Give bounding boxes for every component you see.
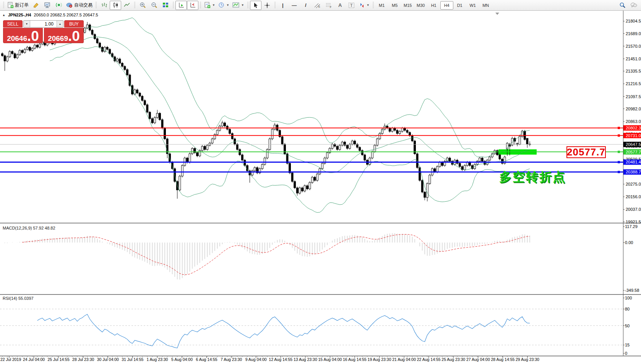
pane-separator[interactable] [0,294,641,295]
macd-pane[interactable] [5,233,530,279]
timeframe-button-m30[interactable]: M30 [414,1,427,10]
styler-button[interactable] [30,1,42,10]
chart-window: 21804.521689.021570.021451.021335.521216… [0,11,641,364]
bar-chart-button[interactable] [98,1,110,10]
horizontal-line-icon: — [292,2,297,8]
chat-icon [630,2,637,8]
search-button[interactable] [617,1,628,10]
tile-windows-button[interactable] [160,1,171,10]
timeframe-button-m5[interactable]: M5 [388,1,401,10]
svg-text:1 Aug 23:30: 1 Aug 23:30 [146,357,168,362]
buy-button[interactable]: BUY [64,20,84,28]
text-tool-button[interactable]: A [334,1,346,10]
svg-text:19921.5: 19921.5 [626,220,641,224]
sell-price-frac: .0 [27,31,39,42]
svg-text:F: F [330,6,331,8]
svg-text:21451.0: 21451.0 [626,57,641,61]
chart-canvas[interactable]: 21804.521689.021570.021451.021335.521216… [0,11,641,364]
pane-separator[interactable] [0,223,641,223]
svg-text:22 Jul 2019: 22 Jul 2019 [0,357,21,362]
line-chart-icon [124,2,130,8]
rsi-pane[interactable] [0,309,623,348]
text-label-icon: T [348,2,355,8]
volume-increase-button[interactable]: ▲ [57,21,63,27]
sell-button[interactable]: SELL [3,20,23,28]
new-order-button[interactable]: 新订单 [6,1,30,10]
tile-windows-icon [162,2,169,8]
svg-text:20731.0: 20731.0 [626,133,641,138]
chart-shift-icon [190,2,196,8]
svg-text:20275.0: 20275.0 [626,182,641,186]
svg-text:20577.7: 20577.7 [626,150,641,154]
rsi-line [37,314,530,348]
horizontal-line-button[interactable]: — [289,1,300,10]
macd-indicator-label: MACD(12,26,9) 57.92 48.82 [3,226,55,230]
sell-price-box[interactable]: 20646 .0 [3,28,43,43]
svg-text:6 Aug 14:55: 6 Aug 14:55 [196,357,217,362]
crosshair-button[interactable] [261,1,273,10]
timeframe-button-h1[interactable]: H1 [427,1,440,10]
one-click-trading-panel: SELL ▼ 1.00 ▲ BUY 20646 .0 20669 .0 [3,20,84,43]
svg-text:20863.0: 20863.0 [626,119,641,124]
pane-separator [0,356,641,356]
timeframe-group: M1M5M15M30H1H4D1W1MN [375,1,492,10]
new-order-label: 新订单 [15,2,29,8]
price-callout-label[interactable]: 20577.7 [566,146,606,158]
svg-text:20156.0: 20156.0 [626,194,641,199]
search-icon [619,2,626,8]
chart-shift-marker[interactable] [495,13,499,15]
channel-button[interactable]: E [312,1,323,10]
indicators-button[interactable]: ▼ [231,1,246,10]
cursor-button[interactable] [250,1,261,10]
zoom-out-button[interactable] [148,1,160,10]
time-axis[interactable]: 22 Jul 201924 Jul 04:0025 Jul 14:5528 Ju… [0,356,539,362]
svg-text:30 Jul 04:00: 30 Jul 04:00 [97,357,119,362]
text-label-button[interactable]: T [346,1,357,10]
zoom-in-button[interactable] [137,1,148,10]
line-anchor-marker [618,134,620,137]
volume-decrease-button[interactable]: ▼ [24,21,30,27]
arrows-tool-button[interactable]: ▼ [357,1,371,10]
svg-text:12 Aug 14:55: 12 Aug 14:55 [269,357,292,362]
new-chart-button[interactable]: ▼ [203,1,217,10]
volume-input[interactable]: 1.00 [30,21,57,27]
line-chart-button[interactable] [121,1,133,10]
candlestick-button[interactable] [110,1,121,10]
profiles-button[interactable]: ▼ [217,1,231,10]
signal-button[interactable] [53,1,65,10]
svg-text:80: 80 [625,307,630,311]
fibonacci-button[interactable]: F [323,1,334,10]
svg-text:28 Aug 14:55: 28 Aug 14:55 [491,357,514,362]
svg-text:117.29: 117.29 [625,224,638,229]
toolbar-grip [173,2,174,9]
timeframe-button-w1[interactable]: W1 [466,1,479,10]
chart-annotation-text[interactable]: 多空转折点 [499,169,566,186]
timeframe-button-mn[interactable]: MN [479,1,492,10]
trendline-button[interactable]: / [300,1,312,10]
bollinger-middle-band [50,37,530,173]
vertical-line-button[interactable]: | [277,1,289,10]
buy-price-box[interactable]: 20669 .0 [44,28,84,43]
collapse-panel-icon[interactable]: ▲ [2,13,5,17]
svg-text:T: T [350,3,353,8]
timeframe-button-m15[interactable]: M15 [401,1,414,10]
svg-text:21097.5: 21097.5 [626,94,641,99]
chevron-down-icon: ▼ [212,3,215,7]
timeframe-button-h4[interactable]: H4 [440,1,453,10]
svg-text:21570.0: 21570.0 [626,44,641,49]
svg-text:7 Aug 23:30: 7 Aug 23:30 [221,357,242,362]
main-toolbar: 新订单 自动交易 ▼ ▼ [0,0,641,11]
auto-scroll-button[interactable] [175,1,187,10]
svg-text:-349.58: -349.58 [625,288,639,293]
svg-text:0: 0 [625,351,627,356]
vertical-line-icon: | [282,2,284,8]
timeframe-button-m1[interactable]: M1 [375,1,388,10]
autotrading-icon [66,2,73,8]
autotrading-button[interactable]: 自动交易 [65,1,94,10]
chat-button[interactable] [628,1,639,10]
chart-shift-button[interactable] [187,1,198,10]
timeframe-button-d1[interactable]: D1 [453,1,466,10]
metaeditor-button[interactable] [42,1,53,10]
svg-text:25 Jul 14:55: 25 Jul 14:55 [48,357,70,362]
mt4-terminal: { "toolbar": { "new_order": "新订单", "auto… [0,0,641,364]
